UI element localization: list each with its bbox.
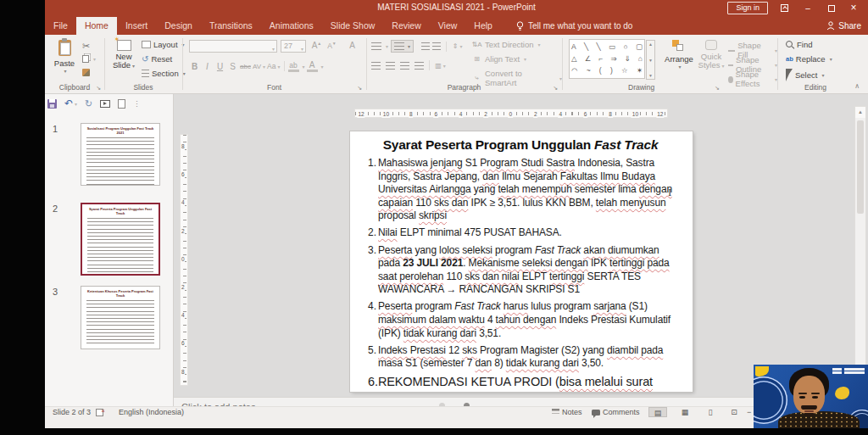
shape-glyph[interactable]: ○ (623, 41, 627, 53)
format-painter-button[interactable] (82, 69, 90, 76)
vertical-scrollbar[interactable]: ▲ (854, 106, 866, 397)
columns-button[interactable]: ▥▾ (435, 62, 446, 70)
shape-glyph[interactable]: ✶ (637, 64, 643, 76)
shapes-gallery[interactable]: A╲╲▭○▢ △∠⌐⇒⇓⌂ ◠~()☆✶ ▲ ▼ ▼ (569, 39, 645, 79)
slide-editing-surface[interactable]: Syarat Peserta Program Unggulan Fast Tra… (350, 131, 693, 392)
language-indicator[interactable]: English (Indonesia) (119, 408, 184, 417)
ribbon-display-options-icon[interactable] (775, 0, 793, 17)
scrollbar-thumb[interactable] (857, 120, 864, 214)
tab-review[interactable]: Review (383, 17, 429, 35)
font-name-combo[interactable]: ▾ (189, 40, 277, 53)
shape-glyph[interactable]: ⌐ (598, 53, 603, 64)
zoom-out-button[interactable]: − (747, 408, 751, 417)
slideshow-view-button[interactable]: ⊡ (725, 407, 743, 417)
layout-button[interactable]: Layout▾ (142, 40, 185, 49)
shape-glyph[interactable]: △ (571, 53, 577, 64)
share-button[interactable]: Share (826, 17, 861, 35)
shape-glyph[interactable]: ⇒ (610, 53, 616, 64)
text-direction-button[interactable]: ⇅A Text Direction▾ (471, 40, 541, 49)
find-button[interactable]: Find (786, 40, 812, 49)
tab-file[interactable]: File (45, 17, 76, 35)
redo-button[interactable]: ↻ (85, 99, 92, 108)
save-button[interactable] (47, 99, 57, 109)
increase-indent-icon[interactable] (432, 42, 441, 50)
shape-glyph[interactable]: ◠ (571, 64, 577, 76)
shrink-font-button[interactable]: A▼ (326, 41, 337, 50)
tell-me-box[interactable]: Tell me what you want to do (516, 17, 632, 35)
slide-body-list[interactable]: 1.Mahasiswa jenjang S1 Program Studi Sas… (359, 157, 682, 392)
shape-glyph[interactable]: ▢ (636, 41, 643, 53)
comments-toggle-button[interactable]: Comments (592, 408, 640, 417)
select-button[interactable]: Select▾ (786, 69, 824, 81)
tab-slide-show[interactable]: Slide Show (322, 17, 384, 35)
bullets-icon[interactable] (371, 42, 381, 50)
align-left-icon[interactable] (371, 62, 381, 70)
shape-glyph[interactable]: ∠ (585, 53, 592, 64)
section-button[interactable]: Section▾ (142, 69, 186, 78)
collapse-ribbon-icon[interactable]: ∧ (854, 82, 860, 90)
new-slide-button[interactable]: New Slide▾ (109, 40, 138, 70)
tab-animations[interactable]: Animations (261, 17, 322, 35)
restore-button[interactable] (822, 0, 841, 17)
tab-transitions[interactable]: Transitions (201, 17, 261, 35)
italic-button[interactable]: I (202, 62, 213, 71)
close-button[interactable]: × (844, 0, 863, 17)
sign-in-button[interactable]: Sign in (727, 2, 768, 14)
tab-insert[interactable]: Insert (117, 17, 156, 35)
paragraph-dialog-launcher-icon[interactable]: ↘ (553, 85, 558, 91)
justify-icon[interactable] (415, 62, 424, 70)
tab-design[interactable]: Design (156, 17, 201, 35)
start-from-beginning-button[interactable] (100, 100, 110, 108)
vertical-ruler[interactable]: 864202468 (180, 134, 188, 386)
slide-thumbnail-3[interactable]: Ketentuan Khusus Peserta Program Fast Tr… (81, 286, 160, 349)
normal-view-button[interactable]: ▤ (648, 407, 667, 417)
drawing-dialog-launcher-icon[interactable]: ↘ (715, 85, 720, 91)
new-document-button[interactable] (118, 99, 125, 109)
undo-button[interactable]: ↶▾ (64, 99, 77, 108)
tab-home[interactable]: Home (76, 17, 117, 35)
slide-indicator[interactable]: Slide 2 of 3 (53, 408, 91, 417)
shape-glyph[interactable]: ) (610, 64, 613, 76)
slide-sorter-view-button[interactable]: ▦ (676, 407, 694, 417)
cut-button[interactable]: ✂ (82, 41, 90, 52)
horizontal-ruler[interactable]: 12108642024681012 (354, 109, 668, 118)
paste-button[interactable]: Paste ▾ (52, 40, 77, 74)
align-center-icon[interactable] (386, 62, 395, 70)
shape-glyph[interactable]: A (571, 41, 576, 53)
font-dialog-launcher-icon[interactable]: ↘ (357, 85, 362, 91)
reading-view-button[interactable]: ▯ (701, 407, 720, 417)
shape-glyph[interactable]: ╲ (584, 41, 588, 53)
arrange-button[interactable]: Arrange ▾ (662, 40, 696, 70)
strikethrough-button[interactable]: abc (240, 63, 251, 70)
shape-glyph[interactable]: ⇓ (625, 53, 631, 64)
shape-glyph[interactable]: ( (599, 64, 602, 76)
decrease-indent-icon[interactable] (421, 42, 430, 50)
notes-toggle-button[interactable]: Notes (552, 408, 582, 417)
shapes-gallery-scroll[interactable]: ▲ ▼ ▼ (646, 40, 655, 80)
clear-formatting-button[interactable]: A (347, 41, 358, 50)
reset-button[interactable]: ↺ Reset (142, 54, 172, 64)
shape-glyph[interactable]: ~ (587, 64, 591, 76)
grow-font-button[interactable]: A▲ (311, 41, 322, 50)
quick-styles-button[interactable]: Quick Styles▾ (696, 40, 726, 70)
character-spacing-button[interactable]: AV▾ (253, 63, 265, 70)
spell-check-status-icon[interactable] (96, 408, 103, 418)
tab-view[interactable]: View (430, 17, 466, 35)
slide-thumbnail-1[interactable]: Sosialisasi Program Unggulan Fast Track … (81, 123, 160, 186)
tab-help[interactable]: Help (465, 17, 501, 35)
shape-glyph[interactable]: ⌂ (638, 53, 643, 64)
highlight-color-button[interactable]: ab (288, 61, 299, 72)
minimize-button[interactable]: – (798, 0, 817, 17)
bold-button[interactable]: B (189, 62, 200, 71)
align-text-button[interactable]: ⊞ Align Text▾ (471, 54, 526, 64)
copy-button[interactable]: ▾ (82, 55, 96, 63)
shape-glyph[interactable]: ☆ (621, 64, 628, 76)
scroll-up-icon[interactable]: ▲ (855, 107, 865, 118)
slide-thumbnail-2[interactable]: Syarat Peserta Program Unggulan Fast Tra… (81, 203, 160, 276)
font-color-button[interactable]: A (307, 60, 318, 72)
change-case-button[interactable]: Aa▾ (267, 62, 280, 70)
shape-glyph[interactable]: ╲ (597, 41, 601, 53)
replace-button[interactable]: ab Replace▾ (786, 54, 832, 64)
slide-title[interactable]: Syarat Peserta Program Unggulan Fast Tra… (359, 137, 682, 153)
numbering-button[interactable]: ▾ (391, 40, 414, 53)
